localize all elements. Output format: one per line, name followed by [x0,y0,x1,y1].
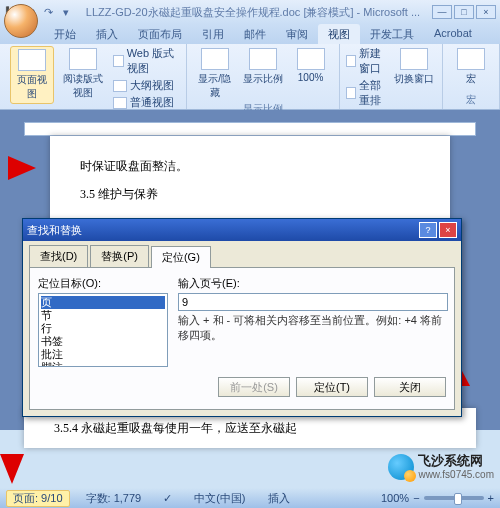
tab-home[interactable]: 开始 [44,24,86,44]
zoom-button[interactable]: 显示比例 [241,46,285,88]
tab-developer[interactable]: 开发工具 [360,24,424,44]
normal-view-icon [113,97,127,109]
web-view-icon [113,55,124,67]
status-language[interactable]: 中文(中国) [188,491,251,506]
list-item[interactable]: 批注 [41,348,165,361]
list-item[interactable]: 页 [41,296,165,309]
macros-button[interactable]: 宏 [449,46,493,88]
ribbon-tabs: 开始 插入 页面布局 引用 邮件 审阅 视图 开发工具 Acrobat [0,24,500,44]
ribbon: 页面视图 阅读版式视图 Web 版式视图 大纲视图 普通视图 文档视图 显示/隐… [0,44,500,110]
zoom-icon [249,48,277,70]
page-view-button[interactable]: 页面视图 [10,46,54,104]
dialog-tabs: 查找(D) 替换(P) 定位(G) [23,241,461,267]
ribbon-group-views: 页面视图 阅读版式视图 Web 版式视图 大纲视图 普通视图 文档视图 [4,44,187,109]
minimize-button[interactable]: — [432,5,452,19]
showhide-icon [201,48,229,70]
close-dialog-button[interactable]: 关闭 [374,377,446,397]
tab-mailings[interactable]: 邮件 [234,24,276,44]
page-view-icon [18,49,46,71]
page-number-label: 输入页号(E): [178,276,448,291]
new-window-button[interactable]: 新建窗口 [346,46,388,76]
web-view-button[interactable]: Web 版式视图 [113,46,180,76]
new-window-icon [346,55,356,67]
dialog-buttons: 前一处(S) 定位(T) 关闭 [38,373,446,401]
window-controls: — □ × [432,5,496,19]
redo-icon[interactable]: ↷ [40,4,56,20]
list-item[interactable]: 节 [41,309,165,322]
status-bar: 页面: 9/10 字数: 1,779 ✓ 中文(中国) 插入 100% − + [0,488,500,508]
macros-icon [457,48,485,70]
goto-target-list[interactable]: 页 节 行 书签 批注 脚注 [38,293,168,367]
dialog-tab-find[interactable]: 查找(D) [29,245,88,267]
zoom-100-button[interactable]: 100% [289,46,333,85]
zoom-slider[interactable] [424,496,484,500]
dialog-help-button[interactable]: ? [419,222,437,238]
zoom-out-button[interactable]: − [413,492,419,504]
dialog-title: 查找和替换 [27,223,82,238]
zoom-value[interactable]: 100% [381,492,409,504]
reading-view-icon [69,48,97,70]
tab-references[interactable]: 引用 [192,24,234,44]
watermark-logo-icon [388,454,414,480]
watermark-url: www.fs0745.com [418,469,494,480]
watermark: 飞沙系统网 www.fs0745.com [388,454,494,480]
maximize-button[interactable]: □ [454,5,474,19]
doc-line-354: 3.5.4 永磁起重吸盘每使用一年，应送至永磁起 [54,418,446,440]
normal-view-button[interactable]: 普通视图 [113,95,180,110]
status-spellcheck-icon[interactable]: ✓ [157,492,178,505]
reading-view-button[interactable]: 阅读版式视图 [58,46,109,102]
goto-button[interactable]: 定位(T) [296,377,368,397]
tab-acrobat[interactable]: Acrobat [424,24,482,44]
titlebar: 💾 ↶ ↷ ▾ LLZZ-GD-20永磁起重吸盘安全操作规程.doc [兼容模式… [0,0,500,24]
ribbon-group-zoom: 显示/隐藏 显示比例 100% 显示比例 [187,44,340,109]
watermark-name: 飞沙系统网 [418,454,494,468]
arrange-button[interactable]: 全部重排 [346,78,388,108]
office-button[interactable] [4,4,38,38]
ribbon-group-macros: 宏 宏 [443,44,500,109]
list-item[interactable]: 脚注 [41,361,165,367]
list-item[interactable]: 行 [41,322,165,335]
dialog-tab-goto[interactable]: 定位(G) [151,246,211,268]
status-word-count[interactable]: 字数: 1,779 [80,491,148,506]
tab-pagelayout[interactable]: 页面布局 [128,24,192,44]
outline-view-icon [113,80,127,92]
status-zoom: 100% − + [381,492,494,504]
ribbon-group-window: 新建窗口 全部重排 拆分 切换窗口 窗口 [340,44,443,109]
switch-window-icon [400,48,428,70]
goto-target-label: 定位目标(O): [38,276,168,291]
doc-line-1: 时保证吸盘面整洁。 [80,156,420,178]
find-replace-dialog: 查找和替换 ? × 查找(D) 替换(P) 定位(G) 定位目标(O): 页 节… [22,218,462,417]
window-title: LLZZ-GD-20永磁起重吸盘安全操作规程.doc [兼容模式] - Micr… [74,5,432,20]
zoom-100-icon [297,48,325,70]
arrange-icon [346,87,356,99]
annotation-arrow-3 [0,454,24,484]
list-item[interactable]: 书签 [41,335,165,348]
qat-more-icon[interactable]: ▾ [58,4,74,20]
goto-hint: 输入 + 和 - 可将相关内容移至当前位置。例如: +4 将前移四项。 [178,313,448,343]
dialog-close-button[interactable]: × [439,222,457,238]
doc-section-3-5: 3.5 维护与保养 [80,184,420,206]
tab-view[interactable]: 视图 [318,24,360,44]
horizontal-ruler[interactable] [24,122,476,136]
dialog-tab-replace[interactable]: 替换(P) [90,245,149,267]
close-button[interactable]: × [476,5,496,19]
dialog-body: 定位目标(O): 页 节 行 书签 批注 脚注 输入页号(E): 输入 + 和 … [29,267,455,410]
status-insert-mode[interactable]: 插入 [262,491,296,506]
status-page[interactable]: 页面: 9/10 [6,490,70,507]
previous-button: 前一处(S) [218,377,290,397]
outline-view-button[interactable]: 大纲视图 [113,78,180,93]
showhide-button[interactable]: 显示/隐藏 [193,46,237,102]
switch-window-button[interactable]: 切换窗口 [392,46,436,88]
page-number-input[interactable] [178,293,448,311]
dialog-titlebar[interactable]: 查找和替换 ? × [23,219,461,241]
zoom-in-button[interactable]: + [488,492,494,504]
annotation-arrow-1 [8,156,36,180]
tab-insert[interactable]: 插入 [86,24,128,44]
tab-review[interactable]: 审阅 [276,24,318,44]
